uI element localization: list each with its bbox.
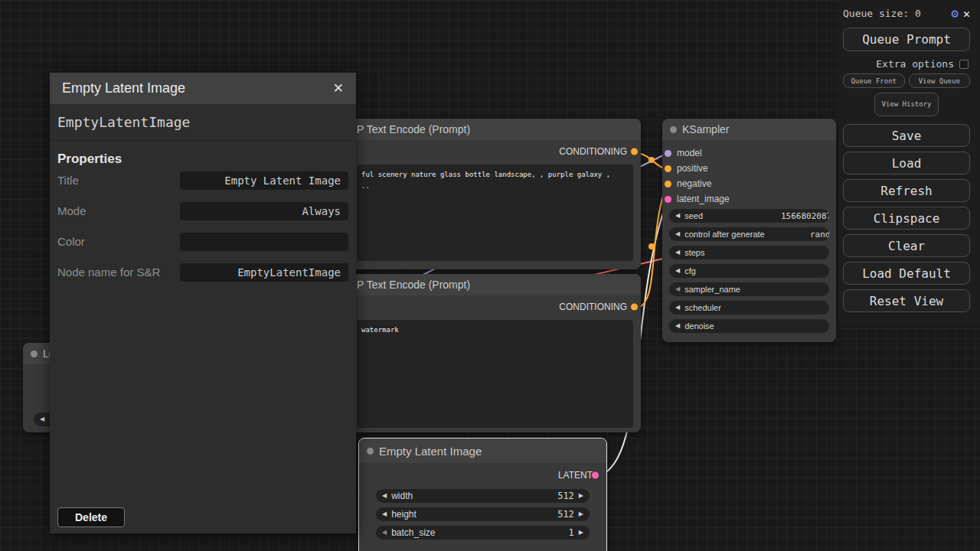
denoise-widget[interactable]: ◀ denoise [669, 319, 829, 333]
dialog-title-bar[interactable]: Empty Latent Image ✕ [50, 73, 356, 104]
view-history-button[interactable]: View History [874, 93, 939, 116]
decrement-arrow-icon[interactable]: ◀ [675, 268, 680, 274]
reset-view-button[interactable]: Reset View [843, 289, 970, 312]
clipspace-button[interactable]: Clipspace [843, 207, 970, 230]
queue-buttons-row: Queue Front View Queue [843, 73, 970, 88]
steps-widget[interactable]: ◀ steps [669, 246, 829, 259]
increment-arrow-icon[interactable]: ▶ [579, 511, 583, 517]
seed-widget[interactable]: ◀ seed 1566802087 [669, 209, 829, 223]
node-empty-latent-image[interactable]: Empty Latent Image LATENT ◀ width 512 ▶ … [358, 438, 607, 551]
widget-value: 1566802087 [781, 211, 829, 221]
node-title-bar[interactable]: P Text Encode (Prompt) [349, 274, 641, 295]
decrement-arrow-icon[interactable]: ◀ [675, 323, 680, 329]
collapse-dot-icon[interactable] [367, 448, 374, 455]
input-slots: model positive negative latent_image [662, 145, 836, 207]
batch-size-widget[interactable]: ◀ batch_size 1 ▶ [376, 526, 590, 540]
control-after-generate-widget[interactable]: ◀ control after generate randomize [669, 227, 829, 241]
latent-output-dot[interactable] [592, 472, 599, 479]
input-slot-positive[interactable]: positive [662, 161, 836, 176]
decrement-arrow-icon[interactable]: ◀ [675, 286, 680, 292]
output-label: CONDITIONING [559, 146, 627, 157]
model-input-dot[interactable] [665, 150, 671, 157]
settings-gear-icon[interactable]: ⚙ [951, 6, 959, 21]
width-widget[interactable]: ◀ width 512 ▶ [376, 489, 590, 503]
widget-value: 1 [569, 527, 574, 538]
widget-label: sampler_name [684, 285, 740, 294]
input-slot-model[interactable]: model [662, 145, 836, 161]
output-label: LATENT [558, 470, 593, 481]
property-row-node-name: Node name for S&R EmptyLatentImage [50, 263, 356, 282]
cfg-widget[interactable]: ◀ cfg [669, 264, 829, 278]
title-field[interactable]: Empty Latent Image [180, 171, 348, 190]
load-button[interactable]: Load [843, 152, 970, 174]
prompt-textarea[interactable]: ful scenery nature glass bottle landscap… [357, 165, 633, 261]
widget-value: randomize [810, 230, 829, 240]
conditioning-output-dot[interactable] [631, 304, 638, 311]
node-graph-canvas[interactable]: Lo ◀ P Text Encode (Prompt) CONDITIONING… [0, 0, 980, 551]
wire-midpoint-dot [648, 243, 655, 249]
output-slot-row: CONDITIONING [349, 143, 641, 160]
widget-label: height [391, 509, 416, 520]
widget-label: control after generate [684, 230, 765, 239]
extra-options-checkbox[interactable] [959, 60, 969, 69]
height-widget[interactable]: ◀ height 512 ▶ [376, 507, 590, 521]
node-title: Empty Latent Image [379, 445, 482, 458]
positive-input-dot[interactable] [665, 165, 671, 172]
input-label: negative [677, 178, 711, 189]
color-field[interactable] [180, 233, 348, 251]
node-title: P Text Encode (Prompt) [357, 279, 470, 291]
collapse-dot-icon[interactable] [670, 126, 677, 133]
increment-arrow-icon[interactable]: ▶ [579, 530, 583, 536]
widget-label: cfg [684, 266, 696, 276]
node-clip-text-encode-negative[interactable]: P Text Encode (Prompt) CONDITIONING wate… [349, 274, 641, 432]
node-name-field[interactable]: EmptyLatentImage [180, 263, 348, 282]
widget-label: seed [684, 211, 703, 220]
decrement-arrow-icon[interactable]: ◀ [382, 493, 387, 499]
extra-options-label: Extra options [876, 58, 954, 70]
node-title: P Text Encode (Prompt) [357, 123, 470, 135]
increment-arrow-icon[interactable]: ▶ [579, 493, 583, 499]
conditioning-output-dot[interactable] [631, 148, 638, 155]
node-title-bar[interactable]: Empty Latent Image [359, 439, 606, 463]
node-ksampler[interactable]: KSampler model positive negative latent_… [662, 119, 836, 342]
output-label: CONDITIONING [559, 302, 627, 312]
node-title-bar[interactable]: KSampler [662, 119, 836, 140]
node-title-bar[interactable]: P Text Encode (Prompt) [349, 119, 641, 140]
node-clip-text-encode-positive[interactable]: P Text Encode (Prompt) CONDITIONING ful … [349, 119, 641, 269]
queue-prompt-button[interactable]: Queue Prompt [843, 28, 970, 51]
property-row-title: Title Empty Latent Image [50, 171, 356, 190]
field-label: Title [57, 173, 180, 188]
mode-field[interactable]: Always [180, 202, 348, 220]
close-icon[interactable]: ✕ [963, 7, 970, 21]
decrement-arrow-icon[interactable]: ◀ [675, 213, 680, 219]
widget-label: denoise [684, 321, 714, 331]
output-slot-row: LATENT [359, 467, 606, 484]
decrement-arrow-icon[interactable]: ◀ [382, 511, 387, 517]
input-slot-latent-image[interactable]: latent_image [662, 191, 836, 207]
decrement-arrow-icon[interactable]: ◀ [382, 530, 387, 536]
queue-front-button[interactable]: Queue Front [843, 73, 905, 88]
input-slot-negative[interactable]: negative [662, 176, 836, 191]
node-title: KSampler [682, 123, 729, 135]
latent-input-dot[interactable] [665, 196, 671, 203]
queue-size-label: Queue size: 0 [843, 8, 921, 19]
collapse-dot-icon[interactable] [31, 350, 38, 357]
scheduler-widget[interactable]: ◀ scheduler [669, 301, 829, 315]
sampler-name-widget[interactable]: ◀ sampler_name [669, 282, 829, 296]
clear-button[interactable]: Clear [843, 234, 970, 257]
refresh-button[interactable]: Refresh [843, 179, 970, 202]
delete-button[interactable]: Delete [57, 507, 125, 527]
comfyui-menu: Queue size: 0 ⚙ ✕ Queue Prompt Extra opt… [838, 0, 980, 325]
widget-label: batch_size [391, 527, 435, 538]
decrement-arrow-icon[interactable]: ◀ [675, 249, 680, 256]
prompt-textarea[interactable]: watermark [357, 320, 633, 428]
save-button[interactable]: Save [843, 124, 970, 147]
view-queue-button[interactable]: View Queue [909, 73, 971, 88]
negative-input-dot[interactable] [665, 181, 671, 187]
close-icon[interactable]: ✕ [333, 80, 344, 96]
decrement-arrow-icon[interactable]: ◀ [675, 305, 680, 311]
input-label: positive [677, 163, 708, 174]
load-default-button[interactable]: Load Default [843, 262, 970, 285]
decrement-arrow-icon[interactable]: ◀ [40, 416, 44, 422]
decrement-arrow-icon[interactable]: ◀ [675, 231, 680, 237]
